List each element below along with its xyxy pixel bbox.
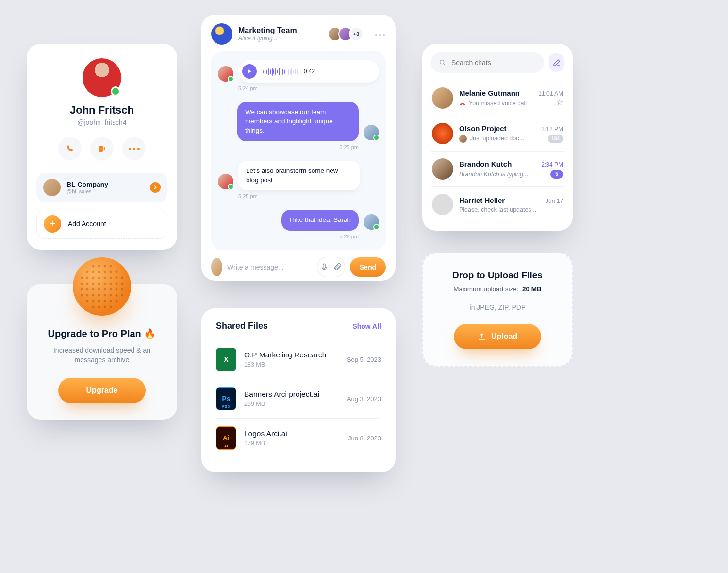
- add-account-button[interactable]: + Add Account: [36, 209, 167, 239]
- message-row: I like that idea, Sarah 5:26 pm: [218, 210, 379, 239]
- message-avatar: [218, 174, 233, 189]
- chat-list-item[interactable]: Brandon Kutch2:34 PM Brandon Kutch is ty…: [431, 151, 564, 186]
- profile-handle: @joohn_fritsch4: [36, 118, 167, 126]
- message-row: Let's also brainstorm some new blog post…: [218, 161, 379, 200]
- excel-file-icon: X: [216, 348, 236, 371]
- message-row: We can showcase our team members and hig…: [218, 102, 379, 150]
- message-bubble: I like that idea, Sarah: [281, 210, 359, 231]
- compose-icon: [552, 58, 561, 67]
- chat-avatar: [432, 123, 453, 144]
- chat-subtext: You missed voice call: [459, 100, 527, 107]
- unread-badge: 184: [548, 135, 563, 143]
- message-composer: Send: [211, 257, 386, 277]
- shared-files-card: Shared Files Show All X O.P Marketing Re…: [201, 308, 396, 472]
- upgrade-orb-graphic: [73, 257, 131, 316]
- account-switcher[interactable]: BL Company @bl_sales: [36, 173, 167, 202]
- chat-avatar: [432, 158, 453, 180]
- dot-icon: [129, 148, 131, 150]
- chat-list-item[interactable]: Harriet HellerJun 17 Please, check last …: [431, 186, 564, 222]
- file-row[interactable]: PsPSD Banners Arci project.ai 239 MB Aug…: [216, 379, 381, 418]
- upload-formats: in JPEG, ZIP, PDF: [435, 303, 560, 311]
- file-date: Aug 3, 2023: [347, 395, 381, 403]
- chat-menu-button[interactable]: [374, 30, 386, 38]
- message-bubble: Let's also brainstorm some new blog post: [238, 161, 360, 191]
- show-all-link[interactable]: Show All: [352, 322, 381, 330]
- video-icon: [98, 144, 106, 153]
- add-account-label: Add Account: [68, 220, 106, 228]
- file-name: Banners Arci project.ai: [244, 390, 339, 399]
- message-avatar: [364, 214, 379, 230]
- message-time: 5:25 pm: [238, 193, 379, 199]
- profile-name: John Fritsch: [36, 104, 167, 117]
- phone-icon: [66, 144, 74, 153]
- profile-avatar[interactable]: [83, 58, 121, 97]
- chat-avatar: [432, 87, 453, 109]
- voice-duration: 0:42: [304, 68, 315, 75]
- search-icon: [439, 59, 447, 67]
- upgrade-subtitle: Increased download speed & an messages a…: [40, 345, 164, 365]
- message-bubble: We can showcase our team members and hig…: [237, 102, 359, 141]
- search-chats[interactable]: [431, 52, 544, 73]
- team-avatar[interactable]: [211, 23, 232, 45]
- file-row[interactable]: AiAI Logos Arci.ai 179 MB Jun 8, 2023: [216, 418, 381, 457]
- file-size: 239 MB: [244, 401, 339, 407]
- more-button[interactable]: [122, 137, 146, 160]
- upgrade-card: Upgrade to Pro Plan 🔥 Increased download…: [27, 284, 177, 420]
- chat-name: Olson Project: [459, 124, 507, 133]
- photoshop-file-icon: PsPSD: [216, 387, 236, 410]
- account-name: BL Company: [66, 181, 144, 188]
- chat-name: Melanie Gutmann: [459, 89, 520, 97]
- call-button[interactable]: [58, 137, 82, 160]
- compose-button[interactable]: [549, 53, 564, 72]
- chevron-right-icon: [150, 182, 161, 193]
- mini-avatar: [459, 135, 467, 143]
- chat-list-item[interactable]: Olson Project3:12 PM Just uploaded doc..…: [431, 116, 564, 151]
- file-name: Logos Arci.ai: [244, 429, 340, 438]
- upgrade-button[interactable]: Upgrade: [58, 378, 146, 403]
- chat-subtext: Please, check last updates...: [459, 206, 536, 213]
- upload-button[interactable]: Upload: [454, 324, 541, 349]
- search-input[interactable]: [451, 59, 536, 67]
- mic-button[interactable]: [317, 257, 331, 277]
- chat-avatar: [432, 194, 453, 215]
- message-avatar: [364, 125, 379, 140]
- upload-max: Maximum upload size: 20 MB: [435, 286, 560, 293]
- chat-list-item[interactable]: Melanie Gutmann11:01 AM You missed voice…: [431, 81, 564, 116]
- file-row[interactable]: X O.P Marketing Research 183 MB Sep 5, 2…: [216, 340, 381, 379]
- typing-indicator: Alice it typing...: [238, 35, 326, 42]
- waveform-icon: [263, 67, 298, 76]
- participant-overflow: +3: [349, 27, 364, 41]
- plus-icon: +: [44, 215, 61, 233]
- chat-name: Brandon Kutch: [459, 160, 512, 168]
- video-button[interactable]: [90, 137, 114, 160]
- account-avatar: [43, 179, 61, 196]
- file-name: O.P Marketing Research: [244, 351, 339, 359]
- account-handle: @bl_sales: [66, 188, 144, 194]
- participants[interactable]: +3: [331, 27, 364, 41]
- pin-icon: [556, 99, 563, 108]
- chat-time: Jun 17: [546, 198, 563, 204]
- voice-message[interactable]: 0:42: [238, 60, 379, 83]
- mic-icon: [320, 263, 329, 271]
- chat-name: Harriet Heller: [459, 196, 505, 204]
- chat-window: Marketing Team Alice it typing... +3 0:4…: [201, 15, 396, 281]
- upgrade-title: Upgrade to Pro Plan 🔥: [40, 328, 164, 339]
- composer-avatar: [211, 258, 222, 276]
- missed-call-icon: [459, 100, 466, 107]
- shared-files-title: Shared Files: [216, 321, 268, 331]
- unread-badge: 5: [550, 170, 563, 179]
- chat-time: 3:12 PM: [541, 126, 563, 133]
- play-button[interactable]: [242, 64, 257, 79]
- upload-icon: [478, 332, 486, 341]
- message-input[interactable]: [227, 263, 312, 271]
- chat-subtext: Brandon Kutch is typing...: [459, 171, 528, 178]
- send-button[interactable]: Send: [350, 257, 386, 277]
- illustrator-file-icon: AiAI: [216, 426, 236, 450]
- file-date: Sep 5, 2023: [347, 356, 381, 363]
- attach-button[interactable]: [331, 257, 345, 277]
- file-size: 179 MB: [244, 440, 340, 447]
- upload-dropzone[interactable]: Drop to Upload Files Maximum upload size…: [422, 253, 573, 367]
- message-time: 5:24 pm: [238, 85, 379, 91]
- profile-card: John Fritsch @joohn_fritsch4 BL Company …: [27, 44, 177, 250]
- message-time: 5:25 pm: [218, 144, 359, 150]
